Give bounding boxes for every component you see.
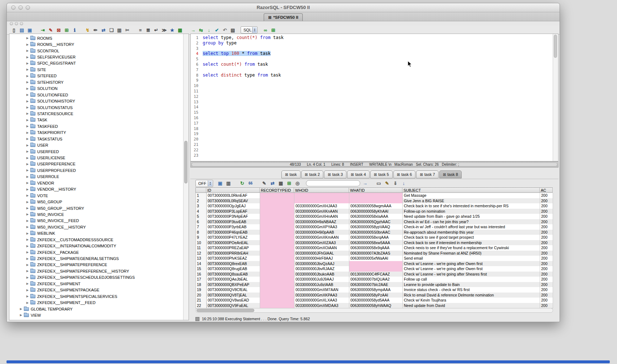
twisty-icon[interactable]: ▶ bbox=[25, 68, 30, 71]
table-cell[interactable]: 0033000000GmXHnAAN bbox=[294, 214, 349, 219]
twisty-icon[interactable]: ▶ bbox=[25, 200, 30, 204]
table-cell[interactable]: 200 bbox=[540, 272, 553, 277]
twisty-icon[interactable]: ▶ bbox=[25, 112, 30, 115]
tree-item[interactable]: ▶SOLUTION bbox=[9, 86, 183, 92]
table-cell[interactable]: 006300000058xlaAAA bbox=[349, 214, 403, 219]
copy-icon[interactable]: ❏ bbox=[108, 27, 115, 34]
table-row[interactable]: 2200T3000000QV9FaEAL0033000000GmXMDAA300… bbox=[196, 303, 553, 308]
table-cell[interactable] bbox=[260, 277, 294, 282]
table-row[interactable]: 1500T3000000Q8rugEAB0033000000JbvRJAAZCh… bbox=[196, 266, 553, 272]
close-window-button[interactable] bbox=[11, 5, 16, 10]
tree-item[interactable]: ▶ROOMS__HISTORY bbox=[9, 41, 183, 47]
tree-item[interactable]: ▶USERPREFERENCE bbox=[9, 161, 183, 167]
table-cell[interactable]: 00T3000000P3yrbEAB bbox=[207, 224, 260, 230]
reconnect-icon[interactable]: ⇆ bbox=[198, 27, 204, 34]
minimize-window-button[interactable] bbox=[18, 5, 23, 10]
table-cell[interactable]: 00T3000000P3tuvEAB bbox=[207, 219, 260, 225]
tree-item[interactable]: ▶SOLUTIONSTATUS bbox=[9, 104, 183, 110]
cut-icon[interactable]: ✂ bbox=[124, 27, 131, 34]
edit-table-icon[interactable]: ✎ bbox=[47, 27, 54, 34]
tree-item[interactable]: ▶SCONTROL bbox=[9, 48, 183, 54]
twisty-icon[interactable]: ▶ bbox=[25, 301, 30, 304]
code-line[interactable] bbox=[203, 46, 552, 51]
table-cell[interactable]: 00T3000000P47LYEAZ bbox=[207, 235, 260, 240]
twisty-icon[interactable]: ▶ bbox=[25, 100, 30, 103]
table-cell[interactable] bbox=[349, 266, 403, 272]
frame-minimize-icon[interactable] bbox=[15, 22, 18, 25]
table-cell[interactable]: 19 bbox=[196, 287, 207, 292]
table-row[interactable]: 700T3000000P3yrbEAB0033000000GmXPYAA3006… bbox=[196, 224, 553, 230]
document-tab[interactable]: ⊠ *SFDCW50 II bbox=[264, 13, 302, 21]
table-cell[interactable]: 0033000000Ju9J9AAJ bbox=[294, 277, 349, 282]
table-cell[interactable]: Invoice status check - check w/ RS first bbox=[403, 287, 540, 292]
table-cell[interactable]: 0033000000H9i0pAAB bbox=[294, 230, 349, 235]
table-cell[interactable]: 00T3000000PREZaEAP bbox=[207, 245, 260, 251]
tree-item[interactable]: ▶ZKFEDEX__SHIPMENTPACKAGE bbox=[9, 287, 183, 293]
table-cell[interactable]: 00T3000000QV8CfEAL bbox=[207, 287, 260, 292]
table-cell[interactable]: 20 bbox=[196, 292, 207, 298]
table-cell[interactable]: 9 bbox=[196, 235, 207, 240]
twisty-icon[interactable]: ▶ bbox=[25, 36, 30, 40]
tree-item[interactable]: ▶SOLUTIONHISTORY bbox=[9, 98, 183, 104]
table-row[interactable]: 800T3000000P46qnEAB0033000000H9i0pAAB006… bbox=[196, 230, 553, 235]
table-cell[interactable]: 200 bbox=[540, 198, 553, 204]
table-cell[interactable]: 00T3000000PRR8rEAH bbox=[207, 251, 260, 256]
code-line[interactable] bbox=[203, 110, 552, 115]
tree-item[interactable]: ▶TASKFEED bbox=[9, 123, 183, 129]
twisty-icon[interactable]: ▶ bbox=[25, 225, 30, 229]
tree-item[interactable]: ▶W50_INVOICE__HISTORY bbox=[9, 224, 183, 230]
twisty-icon[interactable]: ▶ bbox=[25, 263, 30, 266]
table-cell[interactable]: 0033000000GmXKnAAN bbox=[294, 209, 349, 214]
table-row[interactable]: 400T3000000P3LopEAF0033000000GmXKnAAN006… bbox=[196, 209, 553, 214]
twisty-icon[interactable]: ▶ bbox=[25, 295, 30, 298]
table-cell[interactable]: 00T3000000QV9FaEAL bbox=[207, 303, 260, 308]
result-tab[interactable]: ⊠task 7 bbox=[416, 170, 439, 178]
result-tab[interactable]: ⊠task 8 bbox=[439, 170, 462, 178]
insert-row-icon[interactable]: ⊞ bbox=[286, 180, 293, 187]
close-tab-icon[interactable]: ⊠ bbox=[305, 173, 308, 177]
table-cell[interactable]: 006300000058yd5AAA bbox=[349, 298, 403, 303]
table-cell[interactable]: 200 bbox=[540, 235, 553, 240]
twisty-icon[interactable]: ▶ bbox=[25, 156, 30, 160]
view-log-icon[interactable]: ▧ bbox=[229, 27, 236, 34]
compare-icon[interactable]: ⇄ bbox=[100, 27, 107, 34]
tree-item[interactable]: ▶ZKFEDEX__SHIPMATEPREFERENCE bbox=[9, 262, 183, 268]
export-doc-icon[interactable]: ⇓ bbox=[392, 180, 399, 187]
table-row[interactable]: 100T3000000L0RknEAFGet Massage200 bbox=[196, 193, 553, 198]
table-row[interactable]: 1700T3000000QAeJbEAL0033000000Ju9J9AAJ00… bbox=[196, 277, 553, 282]
statement-type-dropdown[interactable]: SQL ▲▼ bbox=[241, 26, 258, 34]
table-cell[interactable]: 14 bbox=[196, 261, 207, 266]
table-row[interactable]: 300T3000000OjyJgEAJ0033000000GmXHJAA3006… bbox=[196, 203, 553, 209]
table-cell[interactable]: 00T3000000POeAnEAL bbox=[207, 240, 260, 246]
twisty-icon[interactable]: ▶ bbox=[25, 43, 30, 46]
table-cell[interactable]: 200 bbox=[540, 261, 553, 266]
table-cell[interactable] bbox=[260, 203, 294, 209]
wrap-lines-icon[interactable]: ↵ bbox=[153, 27, 160, 34]
tree-item[interactable]: ▶ZKFEDEX__SHIPMENT__FEED bbox=[9, 299, 183, 306]
table-cell[interactable]: 0033000000GmXMDAA3 bbox=[294, 303, 349, 308]
code-line[interactable] bbox=[203, 78, 552, 83]
table-cell[interactable]: 200 bbox=[540, 251, 553, 256]
twisty-icon[interactable]: ▶ bbox=[25, 93, 30, 96]
table-row[interactable]: 2100T3000000QV8wsEAD0033000000GmXLXAA300… bbox=[196, 298, 553, 303]
tree-item[interactable]: ▶TASKPRIORITY bbox=[9, 130, 183, 136]
table-cell[interactable] bbox=[260, 261, 294, 266]
tree-item[interactable]: ▶VOTE bbox=[9, 192, 183, 199]
table-cell[interactable]: 0033000000GmXIZAA3 bbox=[294, 240, 349, 246]
layout-grid-icon[interactable]: ⊞ bbox=[270, 27, 277, 34]
twisty-icon[interactable]: ▶ bbox=[25, 219, 30, 222]
close-tab-icon[interactable]: ⊠ bbox=[443, 173, 446, 177]
table-cell[interactable]: 2 bbox=[196, 198, 207, 204]
twisty-icon[interactable]: ▶ bbox=[25, 81, 30, 84]
result-tab[interactable]: ⊠task 6 bbox=[393, 170, 416, 178]
column-header[interactable]: RECORDTYPEID bbox=[260, 187, 294, 193]
table-cell[interactable]: Rick to email David & reference Delmonte… bbox=[403, 292, 540, 298]
table-cell[interactable]: Leanne to provide update to Bain bbox=[403, 282, 540, 287]
twisty-icon[interactable]: ▶ bbox=[25, 276, 30, 279]
table-cell[interactable] bbox=[260, 240, 294, 246]
undo-icon[interactable]: ↶ bbox=[221, 27, 228, 34]
table-cell[interactable]: 0033000000GmXHJAA3 bbox=[294, 203, 349, 209]
column-header[interactable]: AC bbox=[540, 187, 553, 193]
close-tab-icon[interactable]: ⊠ bbox=[328, 173, 331, 177]
tree-item[interactable]: ▶SFDC_REGISTRANT bbox=[9, 60, 183, 66]
